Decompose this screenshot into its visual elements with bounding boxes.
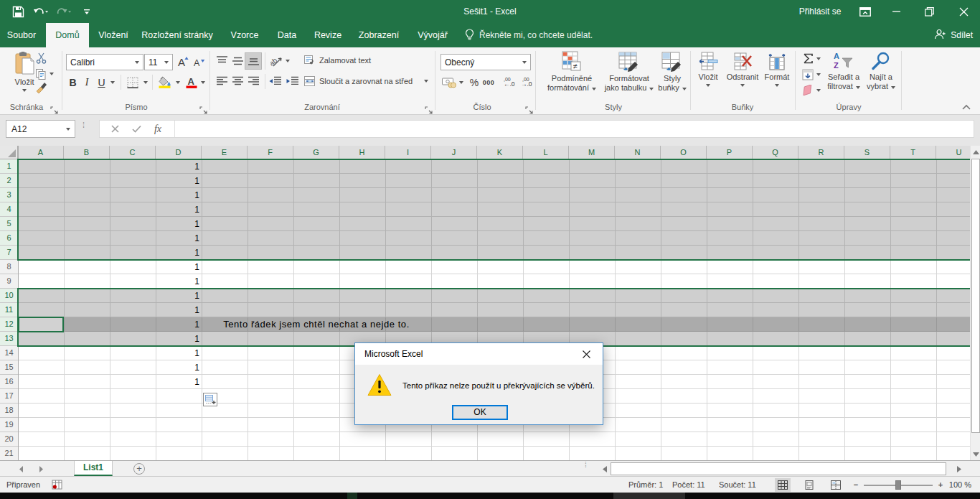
row-header-10[interactable]: 10	[0, 289, 18, 303]
cell-D3[interactable]: 1	[156, 188, 199, 202]
select-all-corner[interactable]	[0, 146, 18, 159]
comma-style-button[interactable]: 000	[481, 75, 496, 90]
row-header-15[interactable]: 15	[0, 360, 18, 375]
shrink-font-button[interactable]: A	[192, 53, 205, 70]
cell-D6[interactable]: 1	[156, 231, 199, 246]
ok-button[interactable]: OK	[452, 405, 508, 420]
tab-v-voj-[interactable]: Vývojář	[410, 23, 455, 47]
sign-in-link[interactable]: Přihlásit se	[795, 0, 845, 23]
insert-options-button[interactable]	[203, 393, 217, 406]
customize-qat-icon[interactable]	[79, 4, 95, 19]
row-header-14[interactable]: 14	[0, 346, 18, 360]
row-header-6[interactable]: 6	[0, 231, 18, 246]
vertical-scroll-thumb[interactable]	[971, 159, 980, 433]
page-layout-icon[interactable]	[801, 478, 817, 492]
row-header-4[interactable]: 4	[0, 202, 18, 217]
autosum-button[interactable]	[799, 52, 816, 65]
maximize-icon[interactable]	[918, 0, 940, 23]
redo-icon[interactable]	[56, 4, 72, 19]
decrease-indent-button[interactable]	[267, 74, 283, 88]
borders-button[interactable]	[125, 75, 141, 90]
cell-D5[interactable]: 1	[156, 217, 199, 231]
tab-split-grip[interactable]: ⁞	[585, 463, 587, 467]
normal-view-icon[interactable]	[775, 478, 791, 492]
column-header-K[interactable]: K	[477, 146, 523, 159]
grid-row-20[interactable]	[19, 432, 970, 447]
orientation-dropdown-arrow[interactable]	[284, 54, 291, 68]
active-cell[interactable]	[18, 317, 64, 332]
column-header-H[interactable]: H	[339, 146, 385, 159]
row-header-12[interactable]: 12	[0, 317, 18, 332]
fill-color-dropdown-arrow[interactable]	[174, 75, 182, 90]
percent-style-button[interactable]: %	[468, 75, 481, 90]
zoom-out-button[interactable]: −	[851, 477, 861, 493]
sheet-tab-list1[interactable]: List1	[74, 461, 113, 476]
cell-D13[interactable]: 1	[156, 332, 199, 346]
row-header-18[interactable]: 18	[0, 404, 18, 418]
new-sheet-icon[interactable]: +	[133, 463, 145, 475]
column-header-B[interactable]: B	[64, 146, 110, 159]
column-header-U[interactable]: U	[936, 146, 970, 159]
row-header-11[interactable]: 11	[0, 303, 18, 317]
cell-D12[interactable]: 1	[156, 317, 199, 332]
wrap-text-button[interactable]: Zalamovat text	[304, 52, 377, 68]
tell-me-box[interactable]: Řekněte mi, co chcete udělat.	[465, 23, 593, 47]
autosum-dropdown-arrow[interactable]	[815, 52, 822, 65]
italic-button[interactable]: I	[81, 75, 93, 90]
conditional-formatting-button[interactable]: ≠ Podmíněné formátování	[542, 51, 601, 93]
column-header-A[interactable]: A	[18, 146, 64, 159]
enter-icon[interactable]	[126, 121, 147, 137]
macro-record-icon[interactable]	[52, 480, 62, 491]
cell-D8[interactable]: 1	[156, 260, 199, 274]
column-header-L[interactable]: L	[523, 146, 569, 159]
clear-button[interactable]	[799, 83, 816, 97]
cell-D10[interactable]: 1	[156, 289, 199, 303]
sheet-nav-right-icon[interactable]	[36, 464, 46, 474]
number-dialog-launcher-icon[interactable]	[525, 104, 534, 113]
ribbon-display-options-icon[interactable]	[854, 0, 876, 23]
row-header-3[interactable]: 3	[0, 188, 18, 202]
number-format-combo[interactable]: Obecný	[440, 54, 531, 70]
minimize-icon[interactable]	[886, 0, 908, 23]
grow-font-button[interactable]: A	[176, 53, 191, 70]
vertical-scrollbar[interactable]	[970, 146, 980, 460]
delete-cells-button[interactable]: Odstranit	[725, 51, 760, 87]
column-header-G[interactable]: G	[293, 146, 339, 159]
dialog-title-bar[interactable]: Microsoft Excel	[355, 343, 603, 365]
column-header-N[interactable]: N	[615, 146, 661, 159]
zoom-slider-thumb[interactable]	[895, 480, 901, 490]
merge-center-button[interactable]: Sloučit a zarovnat na střed	[304, 73, 432, 89]
scroll-right-icon[interactable]	[954, 462, 964, 475]
tab-vlo-en-[interactable]: Vložení	[92, 23, 135, 47]
page-break-icon[interactable]	[828, 478, 844, 492]
copy-button[interactable]	[33, 67, 49, 80]
insert-function-icon[interactable]: fx	[147, 121, 169, 137]
formula-input[interactable]	[175, 121, 974, 137]
align-left-button[interactable]	[215, 74, 229, 88]
row-header-7[interactable]: 7	[0, 246, 18, 260]
column-header-Q[interactable]: Q	[753, 146, 798, 159]
tab-revize[interactable]: Revize	[307, 23, 349, 47]
save-icon[interactable]	[10, 4, 26, 19]
row-header-13[interactable]: 13	[0, 332, 18, 346]
dialog-close-icon[interactable]	[571, 343, 601, 365]
tab-data[interactable]: Data	[270, 23, 304, 47]
fill-dropdown-arrow[interactable]	[815, 67, 822, 81]
zoom-percentage[interactable]: 100 %	[949, 477, 971, 493]
column-header-R[interactable]: R	[798, 146, 844, 159]
bottom-align-button[interactable]	[245, 52, 262, 70]
bold-button[interactable]: B	[67, 75, 79, 90]
font-size-combo[interactable]: 11	[144, 54, 173, 70]
fill-color-button[interactable]	[156, 75, 174, 90]
row-header-2[interactable]: 2	[0, 174, 18, 188]
tab-dom-[interactable]: Domů	[46, 23, 89, 47]
tab-rozlo-en-str-nky[interactable]: Rozložení stránky	[138, 23, 217, 47]
horizontal-scroll-thumb[interactable]	[611, 462, 946, 475]
sheet-nav-left-icon[interactable]	[16, 464, 26, 474]
row-header-20[interactable]: 20	[0, 432, 18, 447]
merge-dropdown-arrow[interactable]	[422, 73, 430, 89]
format-cells-button[interactable]: Formát	[762, 51, 792, 87]
copy-dropdown-arrow[interactable]	[48, 67, 55, 80]
cell-D7[interactable]: 1	[156, 246, 199, 260]
name-box[interactable]: A12	[6, 120, 75, 138]
